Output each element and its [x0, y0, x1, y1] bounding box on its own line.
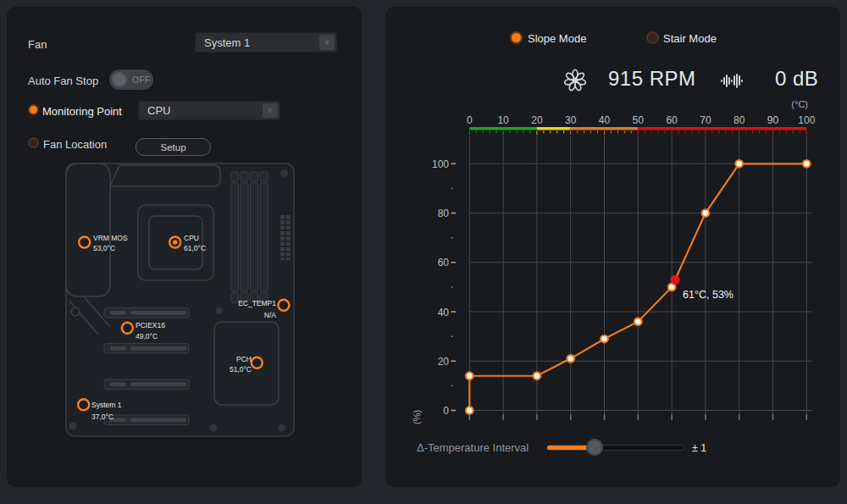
curve-point[interactable]	[601, 335, 608, 343]
sensor-value: N/A	[264, 311, 277, 319]
auto-fan-stop-label: Auto Fan Stop	[28, 75, 98, 87]
noise-readout: 0 dB	[775, 67, 818, 91]
curve-point[interactable]	[634, 318, 642, 325]
app-background: { "icons": { "dropdown_glyph": "▼", "fan…	[0, 0, 847, 504]
slope-mode-radio[interactable]	[510, 31, 523, 44]
slope-mode-label: Slope Mode	[528, 32, 586, 45]
svg-text:50: 50	[633, 114, 645, 126]
stair-mode-radio[interactable]	[646, 31, 659, 44]
temperature-interval-label: Δ-Temperature Interval	[417, 441, 529, 454]
setup-button-label: Setup	[160, 142, 185, 152]
svg-text:0: 0	[467, 114, 473, 126]
sensor-marker-vrm-mos[interactable]	[79, 237, 90, 248]
sensor-value: 37,0°C	[91, 413, 113, 421]
monitoring-point-label: Monitoring Point	[42, 105, 122, 118]
svg-text:80: 80	[438, 208, 450, 219]
svg-text:60: 60	[666, 114, 678, 126]
curve-point[interactable]	[803, 160, 811, 168]
sensor-value: 49,0°C	[136, 332, 158, 341]
current-point: 61°C, 53%	[671, 275, 734, 302]
current-point-dot	[671, 275, 680, 285]
toggle-knob	[112, 72, 127, 87]
svg-text:60: 60	[438, 257, 450, 269]
curve-point[interactable]	[466, 372, 473, 379]
y-axis-unit: (%)	[412, 410, 422, 424]
svg-text:80: 80	[734, 114, 745, 126]
x-axis-unit: (°C)	[791, 99, 808, 109]
svg-text:40: 40	[438, 307, 450, 318]
svg-text:90: 90	[767, 114, 779, 126]
x-tick-labels: 0102030405060708090100	[467, 114, 816, 126]
svg-text:100: 100	[798, 114, 815, 126]
fan-curve-panel: Slope Mode Stair Mode 915 RPM 0 dB 01020…	[385, 7, 840, 487]
curve-point[interactable]	[668, 284, 676, 291]
curve-point[interactable]	[567, 355, 574, 363]
fan-location-radio[interactable]	[28, 137, 39, 148]
interval-slider-track[interactable]	[546, 445, 684, 451]
vrm-heatsink-left	[66, 163, 110, 296]
fan-speed-readout: 915 RPM	[608, 67, 696, 91]
sensor-marker-pch[interactable]	[252, 357, 263, 368]
stair-mode-label: Stair Mode	[663, 32, 717, 45]
svg-text:70: 70	[700, 114, 711, 126]
sensor-name: System 1	[91, 401, 122, 409]
fan-settings-panel: Fan System 1 ▼ Auto Fan Stop OFF Monitor…	[7, 7, 362, 487]
waveform-icon	[721, 72, 743, 89]
fan-curve-chart: 0102030405060708090100 020406080100 61°C…	[407, 93, 834, 429]
fan-location-label: Fan Location	[43, 138, 107, 151]
setup-button[interactable]: Setup	[136, 138, 211, 156]
temperature-interval-value: ± 1	[692, 442, 706, 454]
svg-text:40: 40	[599, 114, 611, 126]
sensor-marker-cpu-selected-dot	[173, 240, 178, 245]
bottom-ticks	[469, 415, 806, 421]
chevron-down-icon: ▼	[319, 35, 335, 50]
current-point-label: 61°C, 53%	[683, 289, 734, 301]
monitoring-point-value: CPU	[147, 104, 170, 117]
sensor-marker-system1[interactable]	[78, 399, 89, 410]
y-axis: 020406080100	[432, 158, 456, 417]
curve-point[interactable]	[702, 209, 710, 217]
fan-icon	[563, 69, 587, 92]
sensor-value: 51,0°C	[230, 365, 252, 374]
svg-text:20: 20	[438, 356, 450, 368]
monitoring-point-radio[interactable]	[28, 104, 39, 115]
curve-point[interactable]	[735, 160, 743, 168]
svg-text:10: 10	[497, 114, 509, 126]
svg-text:0: 0	[443, 405, 449, 417]
svg-text:100: 100	[432, 158, 449, 170]
sensor-name: PCIEX16	[136, 321, 165, 330]
sensor-marker-pciex16[interactable]	[122, 323, 133, 334]
sensor-name: VRM MOS	[93, 234, 128, 242]
fan-select[interactable]: System 1 ▼	[195, 32, 337, 53]
motherboard-diagram: VRM MOS 53,0°C CPU 61,0°C EC_TEMP1 N/A P…	[59, 157, 301, 440]
auto-fan-stop-toggle[interactable]: OFF	[109, 69, 153, 90]
chevron-down-icon: ▼	[263, 103, 278, 118]
fan-select-value: System 1	[204, 36, 250, 49]
fan-label: Fan	[28, 38, 47, 51]
sensor-marker-ec-temp1[interactable]	[278, 300, 289, 311]
sensor-value: 53,0°C	[93, 244, 115, 252]
svg-text:20: 20	[531, 114, 543, 126]
curve-point[interactable]	[534, 372, 541, 379]
sensor-name: EC_TEMP1	[238, 299, 276, 307]
interval-slider-thumb[interactable]	[586, 439, 603, 456]
curve-point[interactable]	[466, 407, 473, 414]
temperature-scale	[469, 127, 806, 135]
svg-text:30: 30	[565, 114, 577, 126]
chart-gridlines	[469, 136, 812, 416]
sensor-value: 61,0°C	[184, 244, 206, 252]
monitoring-point-select[interactable]: CPU ▼	[138, 101, 280, 120]
toggle-state-label: OFF	[132, 75, 150, 85]
sensor-name: PCH	[236, 355, 252, 363]
pch-chip	[214, 322, 279, 405]
vrm-heatsink-top	[110, 165, 220, 186]
sensor-name: CPU	[184, 234, 199, 242]
